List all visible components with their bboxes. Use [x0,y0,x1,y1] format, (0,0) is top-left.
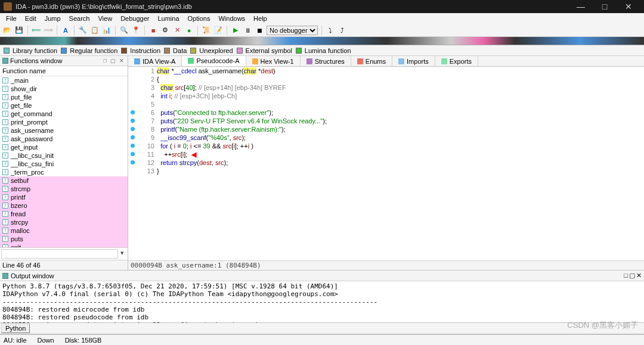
panel-pin-icon[interactable]: □ [103,58,108,64]
function-row[interactable]: fstrcpy [0,218,128,226]
line-number[interactable]: 8 [128,125,154,133]
function-row[interactable]: fask_username [0,126,128,135]
open-icon[interactable]: 📂 [2,26,12,35]
line-number[interactable]: 1 [128,67,154,75]
code-line[interactable] [157,100,644,108]
function-row[interactable]: fput_file [0,93,128,101]
tab-enums[interactable]: Enums [351,56,392,66]
pseudocode-view[interactable]: 12345678910111213 char *__cdecl ask_user… [128,67,644,260]
line-number[interactable]: 5 [128,100,154,108]
code-line[interactable]: puts("Connected to ftp.hacker.server"); [157,108,644,117]
forward-icon[interactable]: ⟹ [44,26,53,35]
menu-file[interactable]: File [2,14,20,23]
breakpoint-icon[interactable] [131,144,135,148]
output-pin-icon[interactable]: □ [624,272,628,279]
code-line[interactable]: ++src[i]; ◀ [157,150,644,158]
back-icon[interactable]: ⟸ [32,26,41,35]
code-line[interactable]: { [157,75,644,83]
search-icon[interactable]: 🔍 [119,26,129,35]
stop2-icon[interactable]: ⏹ [255,26,264,35]
function-row[interactable]: fputs [0,235,128,243]
function-row[interactable]: fprintf [0,193,128,201]
line-number[interactable]: 12 [128,158,154,167]
dot-icon[interactable]: ● [184,26,194,35]
tab-exports[interactable]: Exports [435,56,478,66]
pause-icon[interactable]: ⏸ [243,26,252,35]
script-icon[interactable]: 📜 [202,26,211,35]
code-line[interactable]: int i; // [esp+3Ch] [ebp-Ch] [157,92,644,100]
tab-ida-view-a[interactable]: IDA View-A [128,56,182,66]
tool-icon[interactable]: 🔧 [78,26,88,35]
panel-max-icon[interactable]: ▢ [109,58,117,64]
function-row[interactable]: fsetbuf [0,176,128,185]
code-line[interactable]: __isoc99_scanf("%40s", src); [157,133,644,142]
debugger-select[interactable]: No debugger [267,26,318,35]
function-row[interactable]: fstrcmp [0,185,128,193]
line-number[interactable]: 3 [128,83,154,92]
function-row[interactable]: fbzero [0,201,128,210]
function-row[interactable]: f_term_proc [0,168,128,176]
breakpoint-icon[interactable] [131,160,135,164]
tool2-icon[interactable]: 📋 [90,26,100,35]
menu-edit[interactable]: Edit [21,14,40,23]
line-number[interactable]: 6 [128,108,154,117]
breakpoint-icon[interactable] [131,127,135,131]
menu-jump[interactable]: Jump [41,14,64,23]
breakpoint-icon[interactable] [131,135,135,139]
cross-icon[interactable]: ✕ [172,26,182,35]
search-dropdown-icon[interactable]: ▾ [118,249,126,259]
minimize-button[interactable]: — [569,0,593,13]
line-number[interactable]: 2 [128,75,154,83]
code-line[interactable]: for ( i = 0; i <= 39 && src[i]; ++i ) [157,142,644,150]
close-button[interactable]: ✕ [617,0,640,13]
play-icon[interactable]: ▶ [231,26,240,35]
function-row[interactable]: fget_file [0,101,128,110]
output-close-icon[interactable]: ✕ [636,272,642,279]
tab-pseudocode-a[interactable]: Pseudocode-A [182,56,246,66]
function-row[interactable]: ffread [0,210,128,218]
code-line[interactable]: printf("Name (ftp.hacker.server:Rainism)… [157,125,644,133]
function-row[interactable]: fget_command [0,110,128,118]
output-max-icon[interactable]: ▢ [629,272,635,279]
line-number[interactable]: 11 [128,150,154,158]
code-line[interactable]: puts("220 Serv-U FTP Server v6.4 for Win… [157,117,644,125]
function-row[interactable]: fshow_dir [0,85,128,93]
code-line[interactable]: char *__cdecl ask_username(char *dest) [157,67,644,75]
code-line[interactable]: char src[40]; // [esp+14h] [ebp-34h] BYR… [157,83,644,92]
line-number[interactable]: 7 [128,117,154,125]
graph-icon[interactable]: 📊 [102,26,112,35]
script2-icon[interactable]: 📝 [213,26,223,35]
functions-search-input[interactable] [1,249,118,259]
menu-options[interactable]: Options [184,14,214,23]
navigation-band[interactable] [0,37,644,45]
function-row[interactable]: fmalloc [0,226,128,235]
code-line[interactable]: } [157,167,644,175]
stop-icon[interactable]: ■ [148,26,158,35]
line-number[interactable]: 4 [128,92,154,100]
stepover-icon[interactable]: ⤴ [338,26,347,35]
menu-windows[interactable]: Windows [215,14,249,23]
python-button[interactable]: Python [1,324,30,333]
function-row[interactable]: f__libc_csu_init [0,151,128,160]
function-row[interactable]: fget_input [0,143,128,151]
function-row[interactable]: fask_password [0,135,128,143]
function-row[interactable]: fexit [0,243,128,247]
text-icon[interactable]: A [61,26,70,35]
function-row[interactable]: f__libc_csu_fini [0,160,128,168]
tab-hex-view-1[interactable]: Hex View-1 [246,56,301,66]
output-text[interactable]: Python 3.8.7 (tags/v3.8.7:6503f05, Dec 2… [0,281,644,323]
tab-imports[interactable]: Imports [392,56,435,66]
breakpoint-icon[interactable] [131,119,135,123]
code-line[interactable]: return strcpy(dest, src); [157,158,644,167]
tab-structures[interactable]: Structures [301,56,351,66]
menu-lumina[interactable]: Lumina [154,14,182,23]
save-icon[interactable]: 💾 [14,26,24,35]
line-number[interactable]: 10 [128,142,154,150]
functions-list[interactable]: f_mainfshow_dirfput_filefget_filefget_co… [0,76,128,247]
panel-close-icon[interactable]: ✕ [118,58,125,64]
menu-search[interactable]: Search [66,14,94,23]
function-row[interactable]: fprint_prompt [0,118,128,126]
config-icon[interactable]: ⚙ [160,26,170,35]
breakpoint-icon[interactable] [131,152,135,156]
menu-debugger[interactable]: Debugger [117,14,153,23]
